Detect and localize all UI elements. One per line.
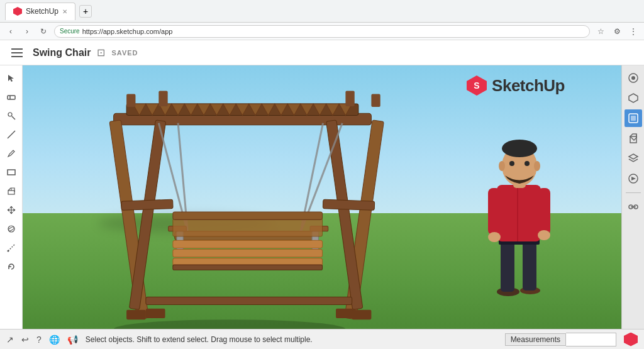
- svg-point-79: [509, 161, 514, 166]
- address-bar[interactable]: Secure https://app.sketchup.com/app: [54, 25, 590, 38]
- svg-rect-60: [126, 310, 146, 319]
- svg-text:S: S: [474, 80, 479, 91]
- measurements-label: Measurements: [505, 333, 566, 346]
- svg-rect-51: [173, 240, 323, 248]
- app-header: Swing Chair ⊡ SAVED: [0, 40, 644, 65]
- cube-btn[interactable]: [625, 130, 642, 147]
- sketchup-bottom-logo: [624, 333, 638, 346]
- secure-badge: Secure: [60, 28, 80, 35]
- measurements-area: Measurements: [505, 333, 616, 346]
- svg-marker-0: [13, 7, 22, 16]
- saved-status: SAVED: [111, 49, 138, 57]
- svg-point-77: [499, 161, 505, 171]
- tab-close-btn[interactable]: ✕: [62, 8, 67, 15]
- new-tab-btn[interactable]: +: [79, 5, 92, 18]
- svg-rect-5: [8, 170, 15, 175]
- status-text: Select objects. Shift to extend select. …: [86, 335, 497, 344]
- svg-rect-54: [173, 265, 323, 270]
- components-btn[interactable]: [625, 89, 642, 107]
- app-container: Swing Chair ⊡ SAVED: [0, 40, 644, 349]
- tab-favicon: [13, 7, 22, 16]
- svg-rect-58: [173, 212, 323, 219]
- svg-marker-88: [630, 134, 636, 140]
- svg-rect-70: [488, 188, 501, 235]
- pencil-tool-btn[interactable]: [3, 145, 20, 162]
- sketchup-logo: S SketchUp: [465, 74, 565, 97]
- sketchup-brand-text: SketchUp: [492, 76, 565, 96]
- svg-point-78: [534, 161, 540, 171]
- divider: [626, 192, 641, 193]
- back-btn[interactable]: ‹: [5, 26, 16, 37]
- xray-btn[interactable]: [625, 198, 642, 216]
- svg-point-80: [525, 161, 530, 166]
- svg-point-72: [488, 232, 501, 242]
- svg-rect-6: [8, 191, 14, 194]
- arrow-icon[interactable]: ↗: [6, 335, 14, 345]
- hamburger-menu-btn[interactable]: [8, 43, 26, 62]
- svg-rect-67: [523, 241, 536, 291]
- right-panel: [621, 65, 644, 329]
- tape-tool-btn[interactable]: [3, 239, 20, 257]
- speaker-icon[interactable]: 📢: [67, 335, 78, 345]
- svg-rect-61: [146, 309, 165, 318]
- svg-rect-57: [173, 218, 323, 236]
- svg-rect-42: [121, 199, 173, 210]
- svg-line-4: [8, 131, 15, 138]
- layers-btn[interactable]: [625, 150, 642, 167]
- svg-point-14: [114, 319, 346, 329]
- select-tool-btn[interactable]: [3, 69, 20, 87]
- svg-rect-43: [323, 199, 374, 210]
- folder-icon: ⊡: [97, 47, 105, 58]
- styles-btn[interactable]: [625, 69, 642, 87]
- svg-point-76: [502, 140, 537, 157]
- person-figure: [483, 103, 558, 298]
- undo-icon[interactable]: ↩: [21, 335, 29, 345]
- reload-btn[interactable]: ↻: [38, 26, 49, 37]
- move-tool-btn[interactable]: [3, 201, 20, 219]
- help-icon[interactable]: ?: [36, 335, 42, 345]
- svg-rect-36: [345, 91, 354, 106]
- svg-marker-84: [629, 94, 638, 102]
- scenes-btn[interactable]: [625, 170, 642, 187]
- orbit-tool-btn[interactable]: [3, 220, 20, 238]
- tab-title: SketchUp: [26, 7, 58, 16]
- bottom-bar: ↗ ↩ ? 🌐 📢 Select objects. Shift to exten…: [0, 329, 644, 349]
- globe-icon[interactable]: 🌐: [49, 335, 60, 345]
- sketchup-mark: S: [465, 74, 488, 97]
- paint-tool-btn[interactable]: [3, 107, 20, 125]
- svg-rect-63: [352, 310, 372, 319]
- eraser-tool-btn[interactable]: [3, 88, 20, 106]
- svg-rect-86: [631, 116, 636, 121]
- left-toolbar: [0, 65, 23, 329]
- svg-rect-39: [129, 120, 165, 310]
- svg-rect-69: [497, 185, 541, 241]
- push-pull-tool-btn[interactable]: [3, 182, 20, 200]
- hamburger-line-1: [11, 48, 23, 50]
- forward-btn[interactable]: ›: [21, 26, 33, 37]
- svg-rect-59: [146, 297, 352, 304]
- browser-tab[interactable]: SketchUp ✕: [5, 3, 75, 20]
- url-text: https://app.sketchup.com/app: [82, 28, 173, 35]
- model-info-btn[interactable]: [625, 109, 642, 127]
- browser-tab-bar: SketchUp ✕ +: [0, 0, 644, 23]
- hamburger-line-2: [11, 52, 23, 53]
- measurements-input[interactable]: [566, 333, 616, 346]
- line-tool-btn[interactable]: [3, 126, 20, 143]
- svg-rect-37: [371, 94, 380, 107]
- svg-rect-71: [538, 188, 550, 235]
- viewport[interactable]: S SketchUp: [23, 65, 621, 329]
- svg-rect-52: [173, 249, 323, 257]
- hamburger-line-3: [11, 56, 23, 57]
- bookmark-btn[interactable]: ☆: [595, 26, 606, 37]
- svg-point-3: [8, 113, 12, 116]
- svg-rect-34: [126, 94, 135, 107]
- menu-btn[interactable]: ⋮: [628, 26, 639, 37]
- svg-line-10: [8, 245, 14, 251]
- svg-rect-1: [8, 96, 15, 99]
- svg-rect-66: [501, 241, 514, 292]
- extensions-btn[interactable]: ⚙: [611, 26, 623, 37]
- browser-nav-bar: ‹ › ↻ Secure https://app.sketchup.com/ap…: [0, 23, 644, 40]
- rectangle-tool-btn[interactable]: [3, 163, 20, 181]
- svg-point-11: [7, 250, 9, 252]
- rotate-tool-btn[interactable]: [3, 258, 20, 275]
